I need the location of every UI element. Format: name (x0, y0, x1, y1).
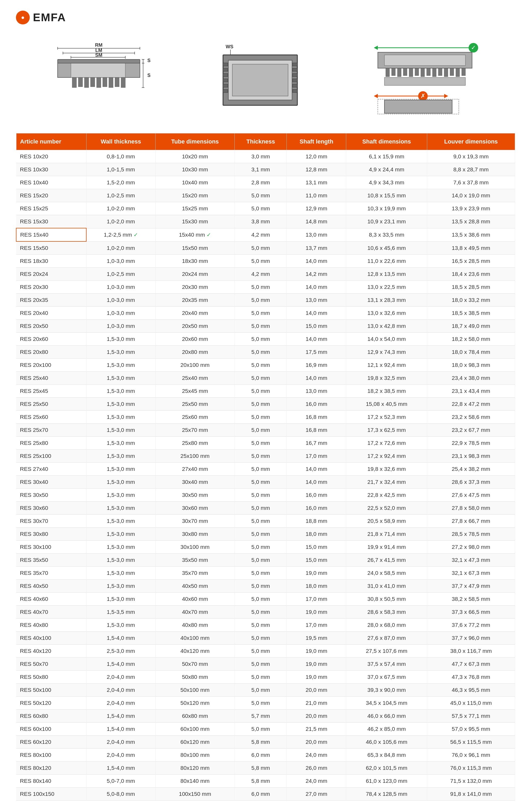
col-shaft-dim: Shaft dimensions (346, 133, 427, 150)
cell-thickness: 5,0 mm (235, 333, 287, 346)
cell-thickness: 5,0 mm (235, 527, 287, 541)
svg-rect-15 (90, 77, 95, 87)
cell-shaft-length: 16,0 mm (287, 489, 346, 502)
cell-shaft-dim: 14,0 x 54,0 mm (346, 333, 427, 346)
cell-wall-thickness: 1,5-3,0 mm (86, 411, 155, 424)
cell-louver-dim: 71,5 x 132,0 mm (427, 774, 515, 787)
cell-louver-dim: 9,0 x 19,3 mm (427, 150, 515, 163)
diagram-1-svg: RM LM SM (50, 40, 151, 115)
svg-rect-30 (223, 63, 228, 66)
cell-shaft-length: 20,0 mm (287, 736, 346, 749)
table-row: RES 60x1001,5-4,0 mm60x100 mm5,0 mm21,5 … (16, 723, 515, 736)
cell-wall-thickness: 1,5-4,0 mm (86, 632, 155, 644)
table-row: RES 20x241,0-2,5 mm20x24 mm4,2 mm14,2 mm… (16, 268, 515, 281)
cell-shaft-length: 26,0 mm (287, 762, 346, 774)
cell-shaft-length: 14,0 mm (287, 476, 346, 489)
cell-wall-thickness: 2,5-3,0 mm (86, 644, 155, 657)
svg-rect-38 (293, 73, 297, 77)
cell-thickness: 2,8 mm (235, 176, 287, 189)
cell-louver-dim: 13,5 x 28,8 mm (427, 215, 515, 228)
cell-louver-dim: 57,5 x 77,1 mm (427, 710, 515, 723)
svg-rect-29 (232, 64, 288, 96)
cell-tube-dim: 50x120 mm (155, 697, 235, 710)
table-row: RES 40x501,5-3,0 mm40x50 mm5,0 mm18,0 mm… (16, 580, 515, 593)
table-row: RES 40x1202,5-3,0 mm40x120 mm5,0 mm19,0 … (16, 644, 515, 657)
cell-shaft-dim: 46,0 x 66,0 mm (346, 710, 427, 723)
cell-tube-dim: 80x100 mm (155, 749, 235, 762)
diagram-3-svg: ✓ (370, 40, 481, 115)
cell-shaft-dim: 62,0 x 101,5 mm (346, 762, 427, 774)
cell-thickness: 5,0 mm (235, 489, 287, 502)
cell-article: RES 30x60 (16, 502, 86, 514)
cell-shaft-length: 19,0 mm (287, 657, 346, 671)
cell-tube-dim: 30x50 mm (155, 489, 235, 502)
cell-tube-dim: 60x100 mm (155, 723, 235, 736)
cell-article: RES 30x80 (16, 527, 86, 541)
table-row: RES 80x1405,0-7,0 mm80x140 mm5,8 mm24,0 … (16, 774, 515, 787)
products-table: Article number Wall thickness Tube dimen… (16, 133, 515, 801)
cell-article: RES 40x100 (16, 632, 86, 644)
cell-shaft-dim: 13,0 x 42,8 mm (346, 320, 427, 333)
cell-shaft-length: 18,0 mm (287, 527, 346, 541)
cell-tube-dim: 40x100 mm (155, 632, 235, 644)
cell-tube-dim: 40x80 mm (155, 619, 235, 632)
cell-tube-dim: 40x50 mm (155, 580, 235, 593)
cell-tube-dim: 15x25 mm (155, 202, 235, 215)
logo: ● EMFA (16, 11, 66, 25)
cell-wall-thickness: 1,5-4,0 mm (86, 710, 155, 723)
table-row: RES 50x802,0-4,0 mm50x80 mm5,0 mm19,0 mm… (16, 671, 515, 684)
cell-shaft-dim: 24,0 x 58,5 mm (346, 567, 427, 580)
cell-louver-dim: 76,0 x 115,3 mm (427, 762, 515, 774)
cell-louver-dim: 37,7 x 47,9 mm (427, 580, 515, 593)
table-row: RES 30x601,5-3,0 mm30x60 mm5,0 mm16,0 mm… (16, 502, 515, 514)
table-row: RES 80x1002,0-4,0 mm80x100 mm6,0 mm24,0 … (16, 749, 515, 762)
cell-tube-dim: 25x40 mm (155, 372, 235, 385)
cell-wall-thickness: 1,5-3,0 mm (86, 527, 155, 541)
cell-shaft-length: 13,7 mm (287, 242, 346, 255)
cell-shaft-length: 21,5 mm (287, 723, 346, 736)
cell-article: RES 50x80 (16, 671, 86, 684)
cell-shaft-length: 20,0 mm (287, 684, 346, 697)
cell-tube-dim: 10x20 mm (155, 150, 235, 163)
table-row: RES 25x1001,5-3,0 mm25x100 mm5,0 mm17,0 … (16, 450, 515, 463)
cell-louver-dim: 18,7 x 49,0 mm (427, 320, 515, 333)
cell-article: RES 25x80 (16, 437, 86, 450)
cell-article: RES 20x60 (16, 333, 86, 346)
cell-shaft-dim: 34,5 x 104,5 mm (346, 697, 427, 710)
cell-louver-dim: 28,6 x 37,3 mm (427, 476, 515, 489)
cell-thickness: 5,0 mm (235, 514, 287, 527)
cell-shaft-length: 19,5 mm (287, 632, 346, 644)
cell-louver-dim: 57,0 x 95,5 mm (427, 723, 515, 736)
table-row: RES 40x801,5-3,0 mm40x80 mm5,0 mm17,0 mm… (16, 619, 515, 632)
svg-rect-16 (97, 77, 101, 88)
cell-wall-thickness: 1,0-3,0 mm (86, 320, 155, 333)
cell-louver-dim: 23,2 x 67,7 mm (427, 424, 515, 437)
table-row: RES 25x501,5-3,0 mm25x50 mm5,0 mm16,0 mm… (16, 398, 515, 411)
cell-tube-dim: 40x60 mm (155, 593, 235, 606)
cell-louver-dim: 18,5 x 38,5 mm (427, 307, 515, 320)
cell-tube-dim: 10x40 mm (155, 176, 235, 189)
cell-article: RES 10x40 (16, 176, 86, 189)
table-row: RES 100x1505,0-8,0 mm100x150 mm6,0 mm27,… (16, 787, 515, 801)
cell-tube-dim: 35x50 mm (155, 554, 235, 567)
cell-louver-dim: 46,3 x 95,5 mm (427, 684, 515, 697)
cell-shaft-length: 13,0 mm (287, 385, 346, 398)
svg-rect-50 (392, 68, 395, 76)
cell-shaft-length: 16,8 mm (287, 411, 346, 424)
cell-wall-thickness: 1,5-3,0 mm (86, 359, 155, 372)
cell-louver-dim: 47,7 x 67,3 mm (427, 657, 515, 671)
cell-shaft-length: 13,0 mm (287, 294, 346, 307)
cell-louver-dim: 47,3 x 76,8 mm (427, 671, 515, 684)
cell-louver-dim: 27,6 x 47,5 mm (427, 489, 515, 502)
svg-rect-57 (433, 68, 436, 77)
cell-shaft-length: 18,0 mm (287, 580, 346, 593)
cell-shaft-dim: 11,0 x 22,6 mm (346, 255, 427, 268)
cell-article: RES 35x70 (16, 567, 86, 580)
cell-article: RES 80x120 (16, 762, 86, 774)
cell-shaft-length: 14,0 mm (287, 255, 346, 268)
cell-wall-thickness: 1,5-3,0 mm (86, 567, 155, 580)
cell-wall-thickness: 1,5-4,0 mm (86, 723, 155, 736)
svg-rect-60 (450, 68, 454, 76)
col-wall: Wall thickness (86, 133, 155, 150)
diagram-2: WS (218, 40, 303, 115)
